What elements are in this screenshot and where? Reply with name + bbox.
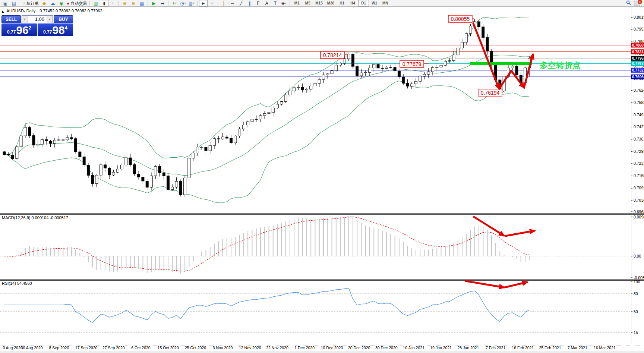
horizontal-line-icon[interactable]: ─ bbox=[228, 0, 237, 7]
svg-text:100: 100 bbox=[634, 280, 640, 284]
timeframe-w1[interactable]: W1 bbox=[369, 0, 380, 7]
toolbar-separator bbox=[20, 1, 20, 6]
chart-canvas[interactable]: 0.800550.782140.776790.76194多空转折点0.80155… bbox=[0, 0, 644, 353]
svg-text:12 Nov 2020: 12 Nov 2020 bbox=[239, 346, 261, 350]
community-icon[interactable]: ☁ bbox=[48, 0, 57, 7]
svg-text:0.00: 0.00 bbox=[634, 254, 641, 258]
svg-text:0.69685: 0.69685 bbox=[634, 209, 644, 214]
timeframe-h4[interactable]: H4 bbox=[347, 0, 358, 7]
price-level-lines bbox=[0, 45, 631, 77]
cursor-icon[interactable]: ► bbox=[199, 0, 208, 7]
cn-annotation-text: 多空转折点 bbox=[540, 61, 581, 70]
svg-text:0.71650: 0.71650 bbox=[634, 173, 644, 178]
history-center-icon[interactable]: ◆ bbox=[40, 0, 48, 7]
buy-price-sup: 4 bbox=[65, 25, 67, 31]
buy-button[interactable]: BUY bbox=[54, 15, 73, 23]
time-axis: 0 Aug 202030 Aug 20208 Sep 202017 Sep 20… bbox=[3, 346, 616, 350]
macd-label: MACD(12,26,9) 0.000104 -0.000517 bbox=[2, 215, 68, 220]
bottom-strip bbox=[0, 351, 644, 353]
rsi-label: RSI(14) 54.4560 bbox=[2, 281, 32, 286]
shapes-icon[interactable]: ◈▾ bbox=[280, 0, 288, 7]
auto-trading-button[interactable]: ●自动交易 bbox=[66, 0, 88, 7]
new-order-button[interactable]: +新订单 bbox=[22, 0, 40, 7]
candlestick-chart-icon[interactable]: ▮ bbox=[100, 0, 108, 7]
svg-text:0.78313: 0.78313 bbox=[632, 50, 644, 54]
strategy-tester-icon[interactable]: ▤ bbox=[10, 0, 18, 7]
timeframe-d1[interactable]: D1 bbox=[358, 0, 369, 7]
shapes-icon-dropdown[interactable]: ▾ bbox=[285, 0, 287, 6]
channel-icon[interactable]: ∥ bbox=[245, 0, 254, 7]
timeframe-m30[interactable]: M30 bbox=[325, 0, 337, 7]
zoom-out-icon[interactable]: ⊖ bbox=[129, 0, 138, 7]
trendline-icon[interactable]: ╱ bbox=[237, 0, 245, 7]
svg-text:0.77679: 0.77679 bbox=[402, 61, 422, 67]
zoom-in-icon[interactable]: ⊕ bbox=[120, 0, 129, 7]
volume-control: ▾ 1.00 ▴ bbox=[22, 15, 53, 23]
svg-text:0.78669: 0.78669 bbox=[632, 43, 644, 47]
toolbar: ▣▤+新订单◆☁◉●自动交易▥▮≈⊕⊖▦▶↦+▾◷▾▧▾►+│─╱∥FAT◈▾M… bbox=[0, 0, 644, 7]
volume-up-button[interactable]: ▴ bbox=[47, 16, 53, 23]
svg-text:25 Oct 2020: 25 Oct 2020 bbox=[185, 346, 206, 350]
label-icon[interactable]: T bbox=[271, 0, 280, 7]
timeframe-mn[interactable]: MN bbox=[380, 0, 391, 7]
toolbar-right: 1 bbox=[626, 0, 640, 7]
svg-text:16 Feb 2021: 16 Feb 2021 bbox=[512, 346, 534, 350]
volume-down-button[interactable]: ▾ bbox=[22, 16, 28, 23]
timeframe-m1[interactable]: M1 bbox=[291, 0, 302, 7]
notifications-icon[interactable]: 1 bbox=[634, 1, 640, 6]
signals-icon[interactable]: ◉ bbox=[57, 0, 66, 7]
svg-text:0 Aug 2020: 0 Aug 2020 bbox=[3, 346, 22, 350]
svg-text:0.73615: 0.73615 bbox=[634, 137, 644, 141]
templates-icon-dropdown[interactable]: ▾ bbox=[193, 0, 195, 6]
toolbar-separator bbox=[218, 1, 218, 6]
svg-text:0.80055: 0.80055 bbox=[451, 16, 470, 22]
toolbar-separator bbox=[290, 1, 290, 6]
svg-text:3 Nov 2020: 3 Nov 2020 bbox=[213, 346, 233, 350]
svg-text:0.77323: 0.77323 bbox=[632, 68, 644, 72]
timeframe-h1[interactable]: H1 bbox=[337, 0, 347, 7]
sell-price-sup: 2 bbox=[29, 25, 31, 31]
crosshair-icon[interactable]: + bbox=[208, 0, 216, 7]
timeframe-m15[interactable]: M15 bbox=[313, 0, 325, 7]
text-icon[interactable]: A bbox=[262, 0, 271, 7]
svg-text:15: 15 bbox=[634, 330, 638, 335]
buy-price-button[interactable]: 0.77 98 4 bbox=[38, 23, 73, 36]
sell-price-big: 96 bbox=[16, 24, 28, 36]
svg-text:17 Sep 2020: 17 Sep 2020 bbox=[75, 346, 98, 350]
svg-text:0.74920: 0.74920 bbox=[634, 113, 644, 117]
sell-price-button[interactable]: 0.77 96 2 bbox=[1, 23, 37, 36]
sell-button[interactable]: SELL bbox=[1, 15, 21, 23]
svg-text:28 Jan 2021: 28 Jan 2021 bbox=[457, 346, 479, 350]
timeframe-m5[interactable]: M5 bbox=[302, 0, 313, 7]
svg-text:50: 50 bbox=[634, 309, 638, 314]
tile-windows-icon[interactable]: ▦ bbox=[138, 0, 146, 7]
indicators-icon-dropdown[interactable]: ▾ bbox=[175, 0, 177, 6]
toolbar-separator bbox=[89, 1, 90, 6]
indicators-icon[interactable]: +▾ bbox=[170, 0, 179, 7]
periods-icon[interactable]: ◷▾ bbox=[179, 0, 187, 7]
svg-text:0.78214: 0.78214 bbox=[323, 52, 342, 58]
volume-input[interactable]: 1.00 bbox=[28, 16, 47, 23]
vertical-line-icon[interactable]: │ bbox=[220, 0, 228, 7]
svg-text:0.74275: 0.74275 bbox=[634, 125, 644, 129]
sell-price-prefix: 0.77 bbox=[7, 29, 16, 35]
toolbar-separator bbox=[148, 1, 148, 6]
periods-icon-dropdown[interactable]: ▾ bbox=[184, 0, 186, 6]
fibonacci-icon[interactable]: F bbox=[254, 0, 262, 7]
collapse-triangle-icon[interactable]: ◣ bbox=[2, 10, 4, 13]
svg-text:0.76194: 0.76194 bbox=[481, 90, 500, 96]
search-icon[interactable] bbox=[626, 0, 631, 7]
panel-separators bbox=[0, 214, 644, 346]
chart-window-icon[interactable]: ▣ bbox=[1, 0, 10, 7]
auto-scroll-icon[interactable]: ▶ bbox=[149, 0, 158, 7]
buy-price-big: 98 bbox=[52, 24, 64, 36]
auto-trading-button-label: 自动交易 bbox=[70, 0, 87, 6]
svg-text:1 Dec 2020: 1 Dec 2020 bbox=[294, 346, 315, 350]
templates-icon[interactable]: ▧▾ bbox=[187, 0, 196, 7]
chart-shift-icon[interactable]: ↦ bbox=[158, 0, 167, 7]
svg-text:0.75580: 0.75580 bbox=[634, 100, 644, 105]
notification-badge: 1 bbox=[638, 0, 642, 4]
bar-chart-icon[interactable]: ▥ bbox=[91, 0, 100, 7]
line-chart-icon[interactable]: ≈ bbox=[108, 0, 117, 7]
mt4-window: 0.800550.782140.776790.76194多空转折点0.80155… bbox=[0, 0, 644, 353]
